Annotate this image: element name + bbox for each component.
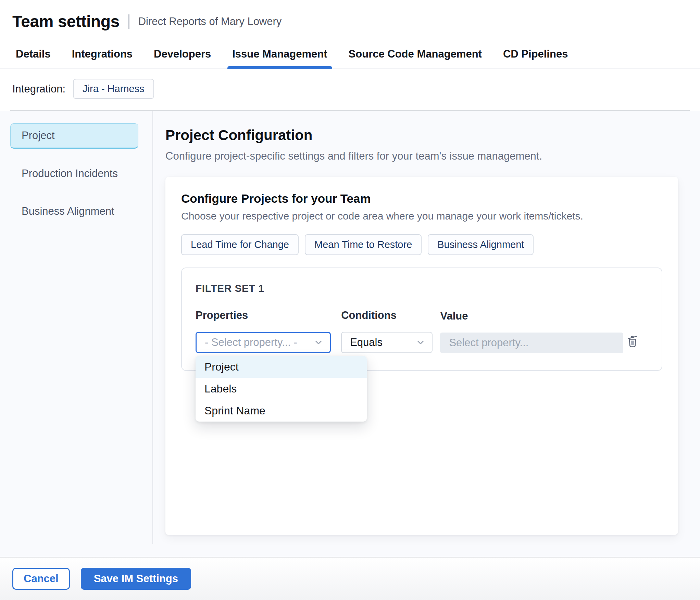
tab-source-code-management[interactable]: Source Code Management: [347, 40, 483, 68]
condition-select-value: Equals: [350, 336, 383, 349]
trash-icon: [625, 345, 640, 350]
page-title: Team settings: [12, 12, 120, 32]
conditions-column: Conditions Equals: [341, 309, 433, 353]
filter-row: Properties - Select property... - Projec…: [196, 309, 648, 353]
tab-details[interactable]: Details: [14, 40, 52, 68]
integration-chip[interactable]: Jira - Harness: [73, 79, 154, 99]
tab-issue-management[interactable]: Issue Management: [231, 40, 328, 68]
tab-integrations[interactable]: Integrations: [71, 40, 134, 68]
tab-developers[interactable]: Developers: [152, 40, 212, 68]
section-title: Project Configuration: [165, 127, 678, 144]
chip-lead-time-for-change[interactable]: Lead Time for Change: [181, 234, 299, 255]
configure-projects-card: Configure Projects for your Team Choose …: [165, 177, 678, 535]
footer-bar: Cancel Save IM Settings: [0, 557, 700, 600]
main-panel: Project Configuration Configure project-…: [153, 111, 700, 557]
properties-column: Properties - Select property... - Projec…: [196, 309, 331, 353]
sidebar-item-production-incidents[interactable]: Production Incidents: [10, 161, 138, 186]
tab-bar: Details Integrations Developers Issue Ma…: [0, 40, 700, 69]
cancel-button[interactable]: Cancel: [12, 568, 70, 590]
dropdown-option-sprint-name[interactable]: Sprint Name: [196, 400, 367, 422]
sidebar-item-business-alignment[interactable]: Business Alignment: [10, 199, 138, 224]
value-column: Value: [440, 310, 623, 353]
integration-label: Integration:: [12, 83, 65, 95]
property-select[interactable]: - Select property... -: [196, 332, 331, 353]
save-im-settings-button[interactable]: Save IM Settings: [81, 568, 191, 590]
property-dropdown: Project Labels Sprint Name: [196, 356, 367, 422]
condition-select[interactable]: Equals: [341, 332, 433, 353]
sidebar-item-project[interactable]: Project: [10, 123, 138, 149]
delete-filter-button[interactable]: [623, 332, 642, 351]
sidebar-item-label: Business Alignment: [22, 205, 114, 217]
chevron-down-icon: [313, 337, 324, 348]
property-select-value: - Select property... -: [205, 336, 297, 349]
section-subtitle: Configure project-specific settings and …: [165, 149, 678, 163]
dropdown-option-project[interactable]: Project: [196, 356, 367, 378]
conditions-header: Conditions: [341, 309, 433, 322]
sidebar: Project Production Incidents Business Al…: [0, 111, 153, 544]
page-header: Team settings Direct Reports of Mary Low…: [0, 0, 700, 40]
sidebar-item-label: Project: [22, 129, 54, 142]
filter-set-panel: FILTER SET 1 Properties - Select propert…: [181, 267, 662, 371]
title-divider: [128, 14, 129, 29]
chevron-down-icon: [415, 337, 426, 348]
content-area: Project Production Incidents Business Al…: [0, 111, 700, 557]
value-header: Value: [440, 310, 623, 322]
page-subtitle: Direct Reports of Mary Lowery: [138, 15, 282, 28]
team-settings-page: Team settings Direct Reports of Mary Low…: [0, 0, 700, 600]
value-input[interactable]: [440, 333, 623, 353]
metric-chip-row: Lead Time for Change Mean Time to Restor…: [181, 234, 662, 255]
integration-row: Integration: Jira - Harness: [0, 69, 700, 110]
chip-business-alignment[interactable]: Business Alignment: [428, 234, 534, 255]
sidebar-item-label: Production Incidents: [22, 167, 118, 180]
tab-cd-pipelines[interactable]: CD Pipelines: [502, 40, 570, 68]
properties-header: Properties: [196, 309, 331, 322]
card-title: Configure Projects for your Team: [181, 192, 662, 205]
card-subtitle: Choose your respective project or code a…: [181, 210, 662, 222]
dropdown-option-labels[interactable]: Labels: [196, 378, 367, 400]
filter-set-title: FILTER SET 1: [196, 283, 648, 294]
chip-mean-time-to-restore[interactable]: Mean Time to Restore: [305, 234, 422, 255]
